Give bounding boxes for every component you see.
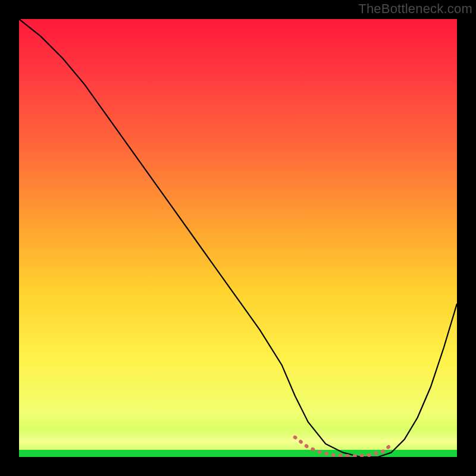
curve-layer xyxy=(19,19,457,457)
series-flat-marker xyxy=(295,437,392,456)
chart-frame: TheBottleneck.com xyxy=(0,0,476,476)
watermark-text: TheBottleneck.com xyxy=(358,1,472,17)
plot-area xyxy=(19,19,457,457)
series-bottleneck-curve xyxy=(19,19,457,457)
